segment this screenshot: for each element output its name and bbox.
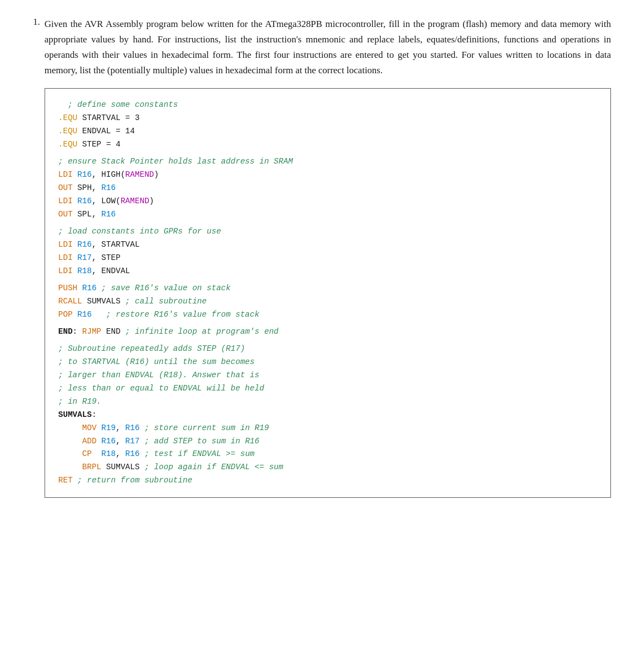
code-equ-startval: .EQU STARTVAL = 3 bbox=[58, 112, 597, 125]
blank-3 bbox=[58, 278, 597, 282]
code-block: ; define some constants .EQU STARTVAL = … bbox=[45, 88, 611, 498]
blank-5 bbox=[58, 339, 597, 343]
code-sumvals-label: SUMVALS: bbox=[58, 409, 597, 422]
code-ldi-high: LDI R16, HIGH(RAMEND) bbox=[58, 169, 597, 182]
code-ldi-r18-endval: LDI R18, ENDVAL bbox=[58, 265, 597, 278]
code-mov-r19-r16: MOV R19, R16 ; store current sum in R19 bbox=[58, 422, 597, 435]
code-comment-1: ; define some constants bbox=[58, 99, 597, 112]
code-equ-step: .EQU STEP = 4 bbox=[58, 138, 597, 151]
code-end-rjmp: END: RJMP END ; infinite loop at program… bbox=[58, 325, 597, 339]
code-comment-6: ; larger than ENDVAL (R18). Answer that … bbox=[58, 369, 597, 382]
code-ldi-low: LDI R16, LOW(RAMEND) bbox=[58, 195, 597, 208]
question-container: 1. Given the AVR Assembly program below … bbox=[33, 17, 611, 498]
code-comment-2: ; ensure Stack Pointer holds last addres… bbox=[58, 155, 597, 169]
code-equ-endval: .EQU ENDVAL = 14 bbox=[58, 125, 597, 138]
code-brpl-sumvals: BRPL SUMVALS ; loop again if ENDVAL <= s… bbox=[58, 461, 597, 474]
code-comment-7: ; less than or equal to ENDVAL will be h… bbox=[58, 382, 597, 395]
code-comment-5: ; to STARTVAL (R16) until the sum become… bbox=[58, 356, 597, 369]
blank-4 bbox=[58, 322, 597, 325]
code-comment-8: ; in R19. bbox=[58, 395, 597, 409]
code-pop-r16: POP R16 ; restore R16's value from stack bbox=[58, 308, 597, 322]
code-out-sph: OUT SPH, R16 bbox=[58, 182, 597, 195]
blank-2 bbox=[58, 221, 597, 225]
code-comment-3: ; load constants into GPRs for use bbox=[58, 225, 597, 238]
code-ret: RET ; return from subroutine bbox=[58, 474, 597, 487]
code-comment-4: ; Subroutine repeatedly adds STEP (R17) bbox=[58, 343, 597, 356]
code-add-r16-r17: ADD R16, R17 ; add STEP to sum in R16 bbox=[58, 435, 597, 448]
code-push-r16: PUSH R16 ; save R16's value on stack bbox=[58, 282, 597, 295]
code-cp-r18-r16: CP R18, R16 ; test if ENDVAL >= sum bbox=[58, 448, 597, 461]
code-ldi-r16-startval: LDI R16, STARTVAL bbox=[58, 238, 597, 252]
question-number: 1. bbox=[33, 17, 40, 498]
code-rcall-sumvals: RCALL SUMVALS ; call subroutine bbox=[58, 295, 597, 308]
question-text: Given the AVR Assembly program below wri… bbox=[45, 17, 611, 78]
blank-1 bbox=[58, 151, 597, 155]
code-out-spl: OUT SPL, R16 bbox=[58, 208, 597, 221]
code-ldi-r17-step: LDI R17, STEP bbox=[58, 252, 597, 265]
